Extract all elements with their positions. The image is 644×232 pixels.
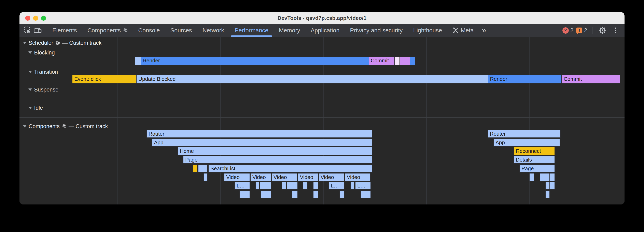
lane-label-blocking[interactable]: Blocking [28, 49, 55, 56]
flame-bar[interactable] [135, 57, 141, 65]
tab-meta[interactable]: Meta [448, 24, 479, 37]
track-divider [20, 117, 624, 118]
flame-bar[interactable] [540, 173, 550, 181]
track-header-scheduler[interactable]: Scheduler — Custom track [23, 40, 102, 46]
flame-bar-event-click[interactable]: Event: click [72, 75, 136, 83]
flame-bar[interactable] [550, 173, 555, 181]
flame-bar-app[interactable]: App [493, 138, 560, 147]
console-errors-badge[interactable]: × 2 [562, 27, 574, 34]
flame-bar[interactable] [545, 190, 550, 198]
lane-label-transition[interactable]: Transition [28, 69, 58, 75]
tab-sources[interactable]: Sources [165, 24, 197, 37]
close-button[interactable] [25, 15, 30, 21]
tab-components[interactable]: Components [82, 24, 133, 37]
flame-bar[interactable] [529, 173, 534, 181]
tab-label: Lighthouse [413, 27, 442, 34]
flame-bar-video[interactable]: Video [318, 173, 344, 181]
lane-label-idle[interactable]: Idle [28, 105, 43, 111]
flame-bar[interactable] [292, 190, 298, 198]
flame-bar[interactable] [239, 190, 250, 198]
flame-bar-home[interactable]: Home [178, 147, 372, 155]
timeline-gridline [66, 37, 66, 205]
error-count: 2 [570, 27, 574, 34]
flame-bar-app[interactable]: App [152, 138, 372, 147]
tab-network[interactable]: Network [197, 24, 229, 37]
flame-bar-render[interactable]: Render [141, 57, 369, 65]
collapse-triangle-icon [23, 125, 26, 127]
flame-bar-page[interactable]: Page [183, 156, 372, 164]
flame-bar[interactable] [400, 57, 410, 65]
flame-bar-video[interactable]: Video [271, 173, 297, 181]
flame-bar-update-blocked[interactable]: Update Blocked [136, 75, 488, 83]
settings-button[interactable] [597, 25, 608, 36]
more-tabs-button[interactable]: » [479, 24, 489, 36]
flame-bar-video[interactable]: Video [298, 173, 318, 181]
flame-bar-searchlist[interactable]: SearchList [208, 164, 372, 172]
flame-bar-commit[interactable]: Commit [562, 75, 620, 83]
flame-bar-l[interactable]: L… [328, 182, 344, 190]
track-title: Components [28, 123, 60, 129]
tab-privacy-and-security[interactable]: Privacy and security [345, 24, 408, 37]
flame-bar[interactable] [286, 182, 298, 190]
flame-bar[interactable] [256, 182, 259, 190]
inspect-element-button[interactable] [22, 25, 32, 36]
customize-devtools-button[interactable] [610, 25, 620, 36]
flame-bar[interactable] [203, 173, 208, 181]
flame-bar[interactable] [260, 190, 271, 198]
flame-bar-l[interactable]: L… [234, 182, 250, 190]
flame-bar[interactable] [313, 182, 318, 190]
tab-memory[interactable]: Memory [274, 24, 306, 37]
flame-bar-commit[interactable]: Commit [369, 57, 394, 65]
timeline-gridline [426, 37, 427, 205]
flame-bar[interactable] [350, 182, 354, 190]
flame-bar[interactable] [410, 57, 415, 65]
flame-bar-render[interactable]: Render [488, 75, 562, 83]
titlebar: DevTools - qsvd7p.csb.app/video/1 [20, 12, 624, 24]
tab-application[interactable]: Application [305, 24, 345, 37]
flame-bar[interactable] [545, 182, 550, 190]
flame-bar-details[interactable]: Details [514, 156, 555, 164]
tab-elements[interactable]: Elements [47, 24, 82, 37]
minimize-button[interactable] [33, 15, 38, 21]
flame-bar[interactable] [198, 164, 208, 172]
atom-icon [56, 40, 60, 45]
flame-bar[interactable] [303, 182, 308, 190]
flame-bar[interactable] [313, 190, 318, 198]
flame-bar[interactable] [282, 182, 286, 190]
zoom-button[interactable] [41, 15, 46, 21]
tab-label: Console [138, 27, 160, 34]
console-warnings-badge[interactable]: ! 2 [576, 27, 587, 34]
flame-bar-reconnect[interactable]: Reconnect [514, 147, 555, 155]
tab-performance[interactable]: Performance [229, 24, 274, 37]
tab-console[interactable]: Console [133, 24, 165, 37]
flame-bar[interactable] [395, 57, 400, 65]
device-toolbar-button[interactable] [32, 25, 42, 36]
flame-bar-router[interactable]: Router [488, 130, 560, 138]
flame-bar-l[interactable]: L… [355, 182, 371, 190]
flame-bar[interactable] [260, 182, 271, 190]
flame-bar[interactable] [192, 164, 198, 172]
lane-title: Idle [34, 105, 43, 111]
flame-bar[interactable] [360, 190, 371, 198]
lane-label-suspense[interactable]: Suspense [28, 87, 58, 93]
atom-icon [123, 28, 128, 33]
flame-bar[interactable] [340, 190, 344, 198]
atom-icon [62, 124, 66, 129]
flame-bar-video[interactable]: Video [344, 173, 371, 181]
tab-lighthouse[interactable]: Lighthouse [408, 24, 448, 37]
flame-bar-page[interactable]: Page [519, 164, 555, 172]
track-header-components[interactable]: Components — Custom track [23, 123, 108, 129]
flame-bar-router[interactable]: Router [146, 130, 372, 138]
window-title: DevTools - qsvd7p.csb.app/video/1 [20, 15, 624, 21]
tab-label: Privacy and security [350, 27, 403, 34]
devtools-window: DevTools - qsvd7p.csb.app/video/1 Elemen… [20, 12, 624, 205]
tab-label: Elements [52, 27, 77, 34]
toolbar-separator [592, 27, 592, 34]
flame-bar[interactable] [550, 182, 555, 190]
collapse-triangle-icon [28, 71, 32, 73]
track-suffix: — Custom track [62, 40, 102, 46]
flame-bar-video[interactable]: Video [250, 173, 271, 181]
warning-icon: ! [576, 27, 582, 33]
flame-bar-video[interactable]: Video [224, 173, 250, 181]
performance-track-area[interactable]: Scheduler — Custom trackBlockingTransiti… [20, 37, 624, 205]
